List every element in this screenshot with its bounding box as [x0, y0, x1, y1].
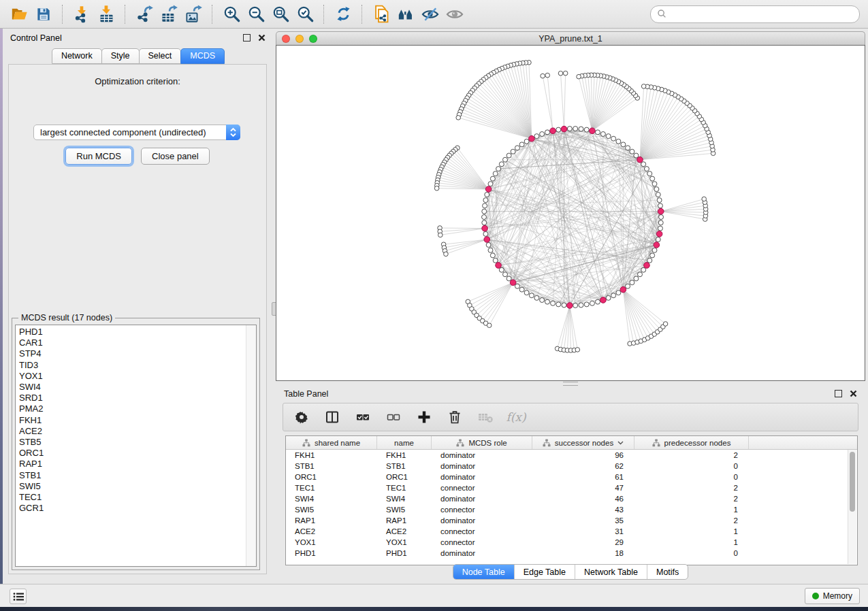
tab-node-table[interactable]: Node Table — [453, 565, 514, 579]
search-input[interactable] — [667, 9, 853, 20]
trash-icon — [447, 410, 462, 425]
float-table-panel-icon[interactable] — [835, 390, 842, 397]
table-row[interactable]: STB1STB1dominator620 — [286, 461, 857, 472]
tab-motifs[interactable]: Motifs — [647, 565, 688, 579]
new-network-from-selection-button[interactable] — [369, 3, 393, 26]
table-row[interactable]: FKH1FKH1dominator962 — [286, 450, 857, 461]
export-table-icon — [160, 5, 178, 23]
tab-edge-table[interactable]: Edge Table — [514, 565, 575, 579]
delete-table-button[interactable] — [477, 408, 494, 426]
zoom-fit-icon — [272, 5, 290, 23]
mcds-result-item[interactable]: SWI5 — [19, 481, 256, 492]
mcds-result-item[interactable]: ORC1 — [19, 448, 256, 459]
show-all-button[interactable] — [443, 3, 467, 26]
export-network-icon — [135, 5, 154, 23]
mcds-result-item[interactable]: PHD1 — [19, 327, 256, 337]
network-view-window: YPA_prune.txt_1 — [276, 31, 865, 381]
column-header[interactable]: predecessor nodes — [634, 436, 749, 449]
table-panel-header: Table Panel — [276, 386, 865, 401]
zoom-in-button[interactable] — [219, 3, 244, 26]
tab-mcds[interactable]: MCDS — [180, 48, 225, 64]
table-row[interactable]: SWI5SWI5connector431 — [286, 504, 857, 515]
unchecked-boxes-icon — [386, 410, 401, 425]
table-row[interactable]: ORC1ORC1dominator610 — [286, 472, 857, 482]
column-header[interactable]: name — [377, 436, 432, 449]
horizontal-splitter[interactable] — [276, 381, 865, 386]
close-table-panel-icon[interactable] — [850, 390, 857, 397]
optimization-criterion-select[interactable]: largest connected component (undirected) — [33, 125, 240, 140]
delete-columns-button[interactable] — [446, 408, 464, 426]
save-session-button[interactable] — [31, 3, 56, 26]
control-panel-tabs: NetworkStyleSelectMCDS — [3, 48, 273, 64]
mcds-result-item[interactable]: RAP1 — [19, 459, 256, 469]
main-toolbar — [0, 0, 868, 29]
mcds-result-item[interactable]: STP4 — [19, 348, 256, 359]
table-row[interactable]: YOX1YOX1connector291 — [286, 537, 857, 548]
zoom-selected-button[interactable] — [293, 3, 317, 26]
table-row[interactable]: TEC1TEC1connector472 — [286, 482, 857, 493]
mcds-result-item[interactable]: FKH1 — [19, 415, 256, 426]
export-table-button[interactable] — [157, 3, 181, 26]
mcds-list-scrollbar[interactable] — [246, 325, 256, 566]
mcds-result-item[interactable]: SRD1 — [19, 393, 256, 403]
import-network-button[interactable] — [69, 3, 94, 26]
table-settings-button[interactable] — [293, 408, 310, 426]
maximize-traffic-light[interactable] — [309, 35, 317, 43]
toggle-panes-button[interactable] — [323, 408, 341, 426]
zoom-in-icon — [223, 5, 241, 23]
mcds-result-item[interactable]: CAR1 — [19, 337, 256, 348]
memory-button[interactable]: Memory — [805, 588, 860, 604]
import-table-button[interactable] — [94, 3, 118, 26]
column-header[interactable]: MCDS role — [432, 436, 532, 449]
network-canvas[interactable] — [276, 45, 865, 381]
table-scrollbar[interactable] — [848, 450, 856, 564]
column-header[interactable]: successor nodes — [532, 436, 634, 449]
mcds-result-item[interactable]: SWI4 — [19, 382, 256, 393]
table-row[interactable]: ACE2ACE2connector311 — [286, 526, 857, 537]
table-row[interactable]: RAP1RAP1dominator352 — [286, 515, 857, 526]
zoom-fit-button[interactable] — [268, 3, 293, 26]
mcds-result-item[interactable]: YOX1 — [19, 371, 256, 382]
gear-icon — [294, 410, 309, 425]
close-traffic-light[interactable] — [282, 35, 290, 43]
mcds-result-item[interactable]: PMA2 — [19, 403, 256, 414]
hide-selected-button[interactable] — [418, 3, 443, 26]
mcds-result-item[interactable]: ACE2 — [19, 426, 256, 437]
function-builder-button[interactable]: f(x) — [507, 408, 525, 426]
close-panel-icon[interactable] — [258, 34, 266, 42]
node-table-body: FKH1FKH1dominator962STB1STB1dominator620… — [286, 450, 857, 559]
tab-style[interactable]: Style — [101, 48, 140, 64]
tab-select[interactable]: Select — [139, 48, 182, 64]
save-floppy-icon — [35, 5, 52, 23]
list-icon — [13, 592, 24, 601]
find-button[interactable] — [393, 3, 418, 26]
mcds-result-item[interactable]: STB1 — [19, 470, 256, 481]
column-header[interactable]: shared name — [286, 436, 377, 449]
export-network-button[interactable] — [132, 3, 157, 26]
zoom-out-icon — [247, 5, 266, 23]
task-history-button[interactable] — [10, 589, 27, 604]
table-row[interactable]: PHD1PHD1dominator180 — [286, 548, 857, 559]
network-window-titlebar[interactable]: YPA_prune.txt_1 — [276, 31, 865, 45]
select-all-rows-button[interactable] — [354, 408, 372, 426]
mcds-result-item[interactable]: STB5 — [19, 437, 256, 448]
table-row[interactable]: SWI4SWI4dominator462 — [286, 493, 857, 504]
apply-layout-button[interactable] — [331, 3, 355, 26]
export-image-button[interactable] — [181, 3, 206, 26]
add-column-button[interactable] — [415, 408, 433, 426]
zoom-out-button[interactable] — [244, 3, 268, 26]
deselect-all-rows-button[interactable] — [385, 408, 402, 426]
minimize-traffic-light[interactable] — [295, 35, 304, 43]
control-panel: Control Panel NetworkStyleSelectMCDS Opt… — [3, 29, 273, 584]
tab-network[interactable]: Network — [52, 48, 102, 64]
mcds-result-item[interactable]: TEC1 — [19, 492, 256, 503]
application-window: Control Panel NetworkStyleSelectMCDS Opt… — [0, 0, 868, 611]
float-panel-icon[interactable] — [243, 34, 251, 42]
mcds-result-item[interactable]: TID3 — [19, 360, 256, 371]
table-scrollbar-thumb[interactable] — [850, 452, 855, 512]
open-file-button[interactable] — [7, 3, 31, 26]
mcds-result-item[interactable]: GCR1 — [19, 503, 256, 514]
tab-network-table[interactable]: Network Table — [575, 565, 647, 579]
run-mcds-button[interactable]: Run MCDS — [65, 148, 132, 165]
close-panel-button[interactable]: Close panel — [141, 148, 210, 165]
